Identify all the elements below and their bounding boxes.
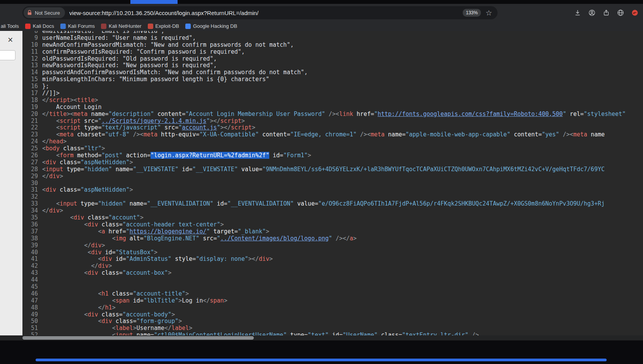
source-text: src= [161, 124, 178, 131]
source-text [42, 325, 112, 332]
panel-input[interactable] [0, 50, 15, 60]
bookmark-label: Kali Forums [68, 23, 95, 29]
source-line: 51 <label>Username</label> [22, 325, 626, 332]
source-link[interactable]: ../Content/images/blog/logo.png [221, 235, 329, 242]
source-text: > [60, 207, 63, 214]
google-hacking-db-favicon [185, 24, 191, 29]
source-text [42, 269, 84, 276]
source-link[interactable]: account.js [182, 124, 217, 131]
share-icon[interactable] [602, 9, 611, 17]
source-text: id= [178, 166, 192, 173]
source-text: meta [371, 131, 385, 138]
source-text: > [168, 269, 171, 276]
line-number: 25 [22, 145, 38, 152]
line-number: 43 [22, 270, 38, 277]
line-number: 44 [22, 277, 38, 284]
bookmark-star-icon[interactable]: ☆ [486, 9, 492, 17]
line-number: 28 [22, 166, 38, 173]
not-secure-lock-icon [27, 10, 32, 15]
source-text: < [56, 124, 60, 131]
source-link[interactable]: http://fonts.googleapis.com/css?family=R… [378, 111, 563, 117]
source-link[interactable]: https://blogengine.io/ [130, 228, 207, 235]
source-text: "stylesheet" [584, 111, 626, 117]
bookmark-item[interactable]: Kali Docs [25, 23, 54, 29]
kali-icon[interactable] [631, 9, 639, 17]
source-text: < [42, 145, 46, 152]
source-text: body [46, 145, 60, 152]
close-icon[interactable]: × [8, 36, 13, 44]
source-line: 18</script><title> [22, 97, 626, 104]
source-text: script [49, 97, 70, 104]
source-line: 44 [22, 277, 626, 284]
source-text: > [185, 290, 189, 297]
bookmark-item[interactable]: Kali NetHunter [101, 23, 142, 29]
source-text [42, 255, 98, 262]
line-number: 48 [22, 304, 38, 311]
horizontal-scrollbar[interactable] [0, 335, 643, 340]
scrollbar-thumb[interactable] [22, 336, 254, 340]
source-text: < [56, 117, 60, 124]
source-text: name= [112, 166, 133, 173]
bookmark-item[interactable]: ali Tools [1, 23, 19, 29]
source-text [42, 214, 70, 221]
source-text: class= [98, 269, 123, 276]
source-text: />< [325, 111, 339, 117]
source-text: " [217, 235, 221, 242]
line-number: 36 [22, 221, 38, 228]
bookmark-item[interactable]: Exploit-DB [148, 23, 179, 29]
source-text: h1 [105, 304, 112, 311]
source-text: charset= [74, 131, 105, 138]
source-text: minPassLengthInChars: "Minimum password … [42, 76, 269, 83]
source-line: 10newAndConfirmPasswordMismatch: "New an… [22, 42, 626, 49]
source-text: class= [109, 290, 133, 297]
source-text: "X-UA-Compatible" [199, 131, 259, 138]
source-text: rel= [566, 111, 584, 117]
source-text [42, 304, 98, 311]
source-line: 50 <div class="form-group"> [22, 318, 626, 325]
source-text: id= [269, 152, 283, 159]
source-text: "_blank" [238, 228, 266, 235]
source-text: < [112, 325, 116, 332]
line-number: 39 [22, 242, 38, 249]
source-text: < [42, 159, 46, 166]
address-bar[interactable]: Not Secure view-source:http://10.201.36.… [22, 6, 498, 19]
source-link[interactable]: ../Scripts/jquery-2.1.4.min.js [102, 117, 207, 124]
profile-icon[interactable] [588, 9, 596, 17]
toolbar-action-icons [573, 6, 639, 19]
download-icon[interactable] [573, 9, 582, 17]
source-text: > [63, 138, 67, 145]
source-text: type= [77, 200, 98, 207]
source-text: "__VIEWSTATE" [133, 166, 178, 173]
source-text: < [98, 255, 102, 262]
source-text: < [56, 200, 60, 207]
line-number: 30 [22, 180, 38, 187]
source-text: ></ [210, 117, 221, 124]
source-text: }; [42, 83, 49, 90]
source-text: content= [510, 131, 542, 138]
source-line: 17//]]> [22, 90, 626, 97]
active-tab[interactable] [130, 0, 178, 4]
source-text: > [133, 325, 137, 332]
source-text: meta [573, 131, 587, 138]
source-text: id= [112, 255, 126, 262]
source-line: 14passwordAndConfirmPasswordIsMatch: "Ne… [22, 69, 626, 76]
source-text: </ [91, 262, 98, 269]
source-text: action= [123, 152, 150, 159]
line-number: 50 [22, 318, 38, 325]
source-text: </ [42, 111, 49, 117]
zoom-level-badge[interactable]: 133% [463, 9, 481, 17]
tab-strip [0, 0, 643, 4]
source-text: < [112, 235, 116, 242]
source-text [42, 221, 84, 228]
source-text: id= [214, 200, 227, 207]
source-text: "text/javascript" [102, 124, 161, 131]
bookmark-item[interactable]: Kali Forums [60, 23, 95, 29]
security-chip[interactable]: Not Secure [24, 7, 65, 18]
bookmark-item[interactable]: Google Hacking DB [185, 23, 237, 29]
source-text: type= [80, 124, 101, 131]
source-text: < [56, 131, 60, 138]
globe-icon[interactable] [616, 9, 625, 17]
source-text: "hidden" [98, 200, 126, 207]
source-text [42, 242, 84, 249]
url-text[interactable]: view-source:http://10.201.36.250/Account… [69, 10, 463, 16]
